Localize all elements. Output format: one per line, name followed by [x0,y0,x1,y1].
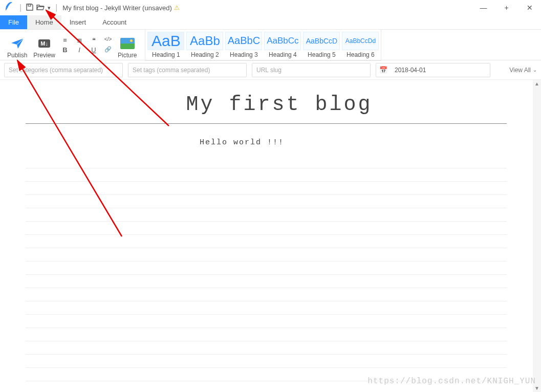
window-title: My first blog - Jekyll Writer (unsaved) [62,4,172,12]
calendar-icon: 📅 [379,66,387,74]
rule-line [26,275,507,288]
rule-line [26,155,507,168]
rule-line [26,235,507,248]
heading-label: Heading 2 [191,51,219,58]
heading-label: Heading 4 [269,51,297,58]
chevron-down-icon[interactable]: ▾ [48,5,51,11]
separator: | [55,3,57,12]
heading-sample: AaBbCcD [303,32,340,50]
heading-sample: AaBb [186,32,223,50]
date-input[interactable] [391,64,487,76]
picture-icon [120,36,135,51]
save-icon[interactable] [26,4,33,12]
scroll-up-icon[interactable]: ▲ [534,81,539,86]
heading-label: Heading 1 [152,51,180,58]
slug-input[interactable] [252,63,371,77]
picture-label: Picture [118,52,137,59]
picture-button[interactable]: Picture [118,31,137,59]
preview-button[interactable]: M↓ Preview [33,31,55,59]
rule-line [26,381,507,392]
format-grid: ≡ ≣ ❝ </> B I U 🔗 [60,36,113,54]
rule-line [26,195,507,208]
open-folder-icon[interactable] [36,4,45,12]
rule-line [26,222,507,235]
rule-line [26,208,507,222]
heading-1-button[interactable]: AaBHeading 1 [146,31,185,59]
post-title[interactable]: My first blog [26,80,533,123]
app-logo-icon [4,2,13,14]
rule-line [26,341,507,355]
categories-input[interactable] [4,63,123,77]
paper-plane-icon [11,36,24,51]
rule-line [26,288,507,301]
heading-sample: AaBbCc [264,32,301,50]
meta-bar: 📅 View All ⌄ [0,60,541,80]
ruled-lines [26,155,533,392]
editor-area: My first blog Hello world !!! ▲ ▼ [0,80,541,392]
rule-line [26,262,507,275]
heading-sample: AaBbC [225,32,262,50]
link-icon[interactable]: 🔗 [103,46,113,54]
publish-label: Publish [7,52,27,59]
warning-icon: ⚠ [174,4,180,11]
heading-6-button[interactable]: AaBbCcDdHeading 6 [341,31,380,59]
heading-3-button[interactable]: AaBbCHeading 3 [224,31,263,59]
rule-line [26,301,507,315]
rule-line [26,182,507,195]
heading-2-button[interactable]: AaBbHeading 2 [185,31,224,59]
underline-icon[interactable]: U [89,46,98,54]
tab-file[interactable]: File [0,15,27,29]
scroll-down-icon[interactable]: ▼ [534,385,539,391]
heading-label: Heading 6 [347,51,375,58]
tags-input[interactable] [128,63,247,77]
view-all-button[interactable]: View All ⌄ [509,67,537,74]
heading-sample: AaB [147,32,184,50]
tab-insert[interactable]: Insert [61,15,95,29]
tab-account[interactable]: Account [94,15,135,29]
heading-4-button[interactable]: AaBbCcHeading 4 [263,31,302,59]
rule-line [26,248,507,262]
chevron-down-icon: ⌄ [533,67,537,73]
rule-line [26,168,507,182]
titlebar: | ▾ | My first blog - Jekyll Writer (uns… [0,0,541,15]
italic-icon[interactable]: I [75,46,84,54]
post-body[interactable]: Hello world !!! [26,124,533,151]
heading-label: Heading 3 [230,51,258,58]
bold-icon[interactable]: B [60,46,70,54]
rule-line [26,315,507,328]
tab-home[interactable]: Home [27,15,61,29]
rule-line [26,368,507,381]
close-button[interactable]: ✕ [518,0,541,15]
quote-icon[interactable]: ❝ [89,36,98,44]
ordered-list-icon[interactable]: ≣ [75,36,84,44]
publish-button[interactable]: Publish [7,31,27,59]
heading-label: Heading 5 [308,51,336,58]
unordered-list-icon[interactable]: ≡ [60,36,70,44]
separator: | [19,3,21,12]
code-icon[interactable]: </> [103,36,113,44]
minimize-button[interactable]: — [472,0,495,15]
rule-line [26,328,507,341]
ribbon-toolbar: Publish M↓ Preview ≡ ≣ ❝ </> B I U 🔗 Pic… [0,30,541,60]
preview-label: Preview [33,52,55,59]
markdown-icon: M↓ [38,36,50,51]
heading-5-button[interactable]: AaBbCcDHeading 5 [302,31,341,59]
vertical-scrollbar[interactable]: ▲ ▼ [533,80,541,392]
menu-tabs: File Home Insert Account [0,15,541,30]
view-all-label: View All [509,67,531,74]
headings-gallery: AaBHeading 1AaBbHeading 2AaBbCHeading 3A… [145,29,381,61]
rule-line [26,355,507,368]
window-controls: — + ✕ [472,0,541,15]
maximize-button[interactable]: + [495,0,518,15]
date-field[interactable]: 📅 [376,63,490,77]
editor-canvas[interactable]: My first blog Hello world !!! [0,80,533,392]
heading-sample: AaBbCcDd [342,32,379,50]
